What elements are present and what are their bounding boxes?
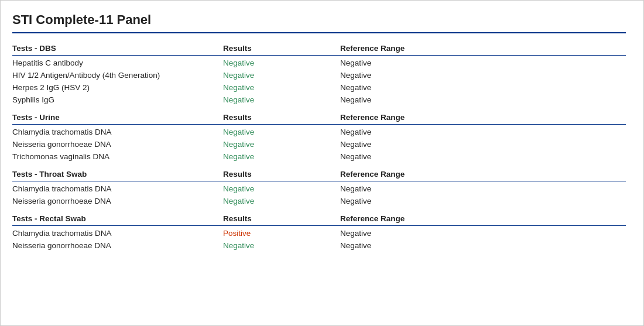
ref-header-urine: Reference Range [340,113,626,122]
table-row: HIV 1/2 Antigen/Antibody (4th Generation… [12,69,626,81]
table-row: Trichomonas vaginalis DNANegativeNegativ… [12,150,626,163]
page-title: STI Complete-11 Panel [12,12,626,28]
result-value: Negative [223,197,340,205]
title-divider [12,32,626,33]
table-row: Neisseria gonorrhoeae DNANegativeNegativ… [12,138,626,150]
table-row: Chlamydia trachomatis DNANegativeNegativ… [12,183,626,195]
reference-range: Negative [340,83,626,92]
section-rectal: Tests - Rectal SwabResultsReference Rang… [12,214,626,252]
test-name: Trichomonas vaginalis DNA [12,152,223,161]
section-header-urine: Tests - UrineResultsReference Range [12,113,626,125]
results-header-dbs: Results [223,44,340,53]
section-dbs: Tests - DBSResultsReference RangeHepatit… [12,44,626,106]
result-value: Negative [223,152,340,161]
reference-range: Negative [340,184,626,193]
reference-range: Negative [340,152,626,161]
test-name: HIV 1/2 Antigen/Antibody (4th Generation… [12,71,223,80]
section-throat: Tests - Throat SwabResultsReference Rang… [12,170,626,207]
page-container: STI Complete-11 Panel Tests - DBSResults… [0,0,644,326]
section-label-throat: Tests - Throat Swab [12,170,223,179]
test-name: Neisseria gonorrhoeae DNA [12,241,223,250]
test-name: Neisseria gonorrhoeae DNA [12,140,223,149]
results-header-rectal: Results [223,214,340,223]
result-value: Negative [223,83,340,92]
reference-range: Negative [340,128,626,136]
ref-header-dbs: Reference Range [340,44,626,53]
result-value: Negative [223,71,340,80]
section-urine: Tests - UrineResultsReference RangeChlam… [12,113,626,163]
results-header-throat: Results [223,170,340,179]
section-label-urine: Tests - Urine [12,113,223,122]
test-name: Neisseria gonorrhoeae DNA [12,197,223,205]
reference-range: Negative [340,197,626,205]
test-name: Hepatitis C antibody [12,59,223,67]
result-value: Negative [223,59,340,67]
section-header-rectal: Tests - Rectal SwabResultsReference Rang… [12,214,626,226]
test-name: Syphilis IgG [12,95,223,104]
table-row: Neisseria gonorrhoeae DNANegativeNegativ… [12,195,626,207]
ref-header-rectal: Reference Range [340,214,626,223]
test-name: Chlamydia trachomatis DNA [12,128,223,136]
table-row: Chlamydia trachomatis DNAPositiveNegativ… [12,227,626,239]
ref-header-throat: Reference Range [340,170,626,179]
test-name: Herpes 2 IgG (HSV 2) [12,83,223,92]
section-header-throat: Tests - Throat SwabResultsReference Rang… [12,170,626,181]
table-row: Syphilis IgGNegativeNegative [12,94,626,106]
table-row: Neisseria gonorrhoeae DNANegativeNegativ… [12,239,626,252]
reference-range: Negative [340,59,626,67]
test-name: Chlamydia trachomatis DNA [12,184,223,193]
result-value: Negative [223,128,340,136]
reference-range: Negative [340,140,626,149]
section-label-dbs: Tests - DBS [12,44,223,53]
section-header-dbs: Tests - DBSResultsReference Range [12,44,626,56]
reference-range: Negative [340,95,626,104]
result-value: Positive [223,229,340,238]
section-label-rectal: Tests - Rectal Swab [12,214,223,223]
table-row: Chlamydia trachomatis DNANegativeNegativ… [12,126,626,138]
test-name: Chlamydia trachomatis DNA [12,229,223,238]
results-header-urine: Results [223,113,340,122]
table-row: Herpes 2 IgG (HSV 2)NegativeNegative [12,81,626,94]
reference-range: Negative [340,71,626,80]
result-value: Negative [223,95,340,104]
sections-container: Tests - DBSResultsReference RangeHepatit… [12,44,626,252]
result-value: Negative [223,140,340,149]
table-row: Hepatitis C antibodyNegativeNegative [12,57,626,69]
reference-range: Negative [340,241,626,250]
result-value: Negative [223,184,340,193]
result-value: Negative [223,241,340,250]
reference-range: Negative [340,229,626,238]
